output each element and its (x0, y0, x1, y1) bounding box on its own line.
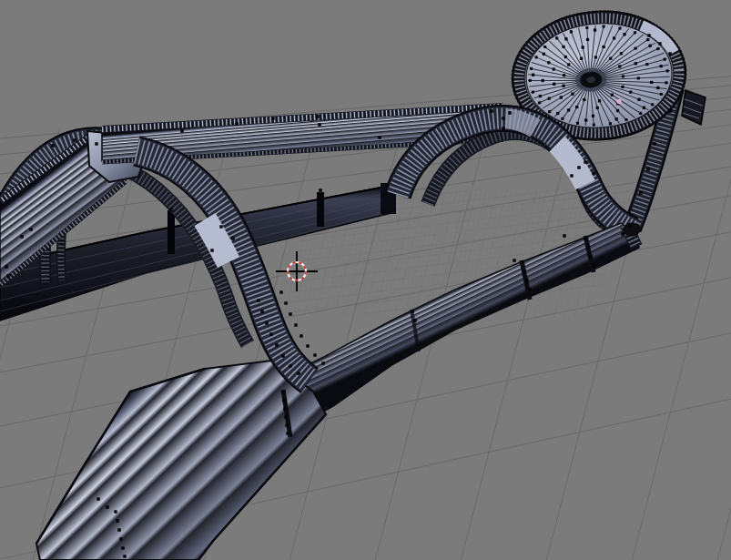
vertex-dot (634, 31, 636, 34)
vertex-dot (639, 112, 642, 115)
vertex-dot (668, 52, 671, 55)
vertex-dot (260, 310, 263, 312)
vertex-dot (637, 98, 640, 101)
viewport-3d[interactable] (0, 0, 731, 560)
vertex-dot (562, 46, 564, 48)
rail-far-dark-collar1 (168, 210, 175, 254)
vertex-dot (609, 122, 612, 125)
vertex-dot (532, 91, 534, 94)
vertex-dot (548, 110, 551, 113)
vertex-dot (563, 234, 565, 237)
vertex-dot (628, 224, 631, 227)
rail-far-dark-collar2 (317, 192, 324, 227)
vertex-dot (73, 138, 76, 141)
vertex-dot (639, 191, 642, 194)
vertex-dot (609, 56, 612, 59)
vertex-dot (611, 94, 614, 97)
vertex-dot (539, 95, 542, 97)
vertex-dot (530, 67, 533, 70)
vertex-dot (553, 83, 555, 86)
vertex-dot (114, 510, 117, 513)
vertex-dot (121, 546, 124, 549)
vertex-dot (658, 42, 661, 45)
vertex-dot (561, 117, 563, 120)
joint-rear[interactable] (624, 223, 640, 236)
vertex-dot (656, 87, 659, 89)
vertex-dot (570, 174, 573, 177)
vertex-dot (553, 67, 555, 70)
vertex-dot (378, 136, 381, 138)
vertex-dot (592, 171, 594, 174)
vertex-dot (294, 323, 297, 326)
vertex-dot (616, 109, 619, 112)
vertex-dot (316, 115, 319, 117)
vertex-dot (529, 79, 532, 82)
vertex-dot (219, 225, 222, 228)
vertex-dot (543, 46, 546, 48)
vertex-dot (543, 53, 545, 56)
vertex-dot (613, 36, 615, 39)
selected-vertex[interactable] (616, 99, 621, 104)
vertex-dot (650, 81, 653, 84)
vertex-dot (235, 122, 238, 125)
vertex-dot (321, 361, 324, 364)
vertex-dot (318, 123, 320, 126)
vertex-dot (281, 354, 284, 357)
vertex-dot (623, 33, 625, 36)
vertex-dot (592, 264, 594, 267)
vertex-dot (117, 528, 120, 531)
vertex-dot (643, 107, 645, 109)
vertex-dot (300, 334, 302, 337)
vertex-dot (535, 56, 538, 58)
vertex-dot (629, 90, 632, 93)
vertex-dot (96, 497, 99, 500)
vertex-dot (660, 93, 663, 96)
vertex-dot (668, 109, 671, 112)
vertex-dot (645, 63, 648, 66)
vertex-dot (589, 255, 592, 258)
vertex-dot (556, 112, 559, 115)
vertex-dot (647, 34, 650, 36)
arch-rear-lit-top (506, 118, 535, 128)
vertex-dot (119, 537, 122, 540)
vertex-dot (570, 30, 573, 33)
vertex-dot (231, 237, 234, 239)
vertex-dot (20, 235, 23, 238)
vertex-dot (51, 144, 54, 147)
vertex-dot (622, 75, 624, 77)
vertex-dot (571, 92, 574, 95)
vertex-dot (279, 290, 282, 293)
vertex-dot (586, 246, 589, 249)
vertex-dot (532, 74, 534, 76)
vertex-dot (265, 321, 268, 324)
vertex-dot (281, 391, 284, 393)
vertex-dot (581, 46, 584, 48)
vertex-dot (594, 56, 597, 58)
vertex-dot (523, 270, 525, 272)
vertex-dot (666, 69, 669, 72)
vertex-dot (413, 319, 416, 321)
vertex-dot (593, 124, 595, 127)
vertex-dot (651, 103, 654, 106)
vertex-dot (520, 260, 523, 263)
vertex-dot (271, 117, 274, 119)
vertex-dot (284, 415, 287, 418)
viewport-stage (0, 0, 731, 560)
vertex-dot (508, 111, 511, 114)
vertex-dot (528, 288, 531, 290)
vertex-dot (584, 118, 587, 121)
vertex-dot (297, 372, 300, 374)
vertex-dot (653, 142, 655, 145)
vertex-dot (635, 62, 637, 65)
vertex-dot (598, 99, 601, 102)
vertex-dot (577, 166, 580, 168)
vertex-dot (602, 46, 604, 48)
vertex-dot (285, 423, 288, 426)
vertex-dot (567, 63, 570, 66)
vertex-dot (646, 168, 649, 170)
vertex-dot (502, 117, 504, 119)
vertex-dot (663, 58, 665, 61)
vertex-dot (257, 299, 259, 301)
vertex-dot (602, 25, 604, 28)
vertex-dot (282, 399, 285, 402)
